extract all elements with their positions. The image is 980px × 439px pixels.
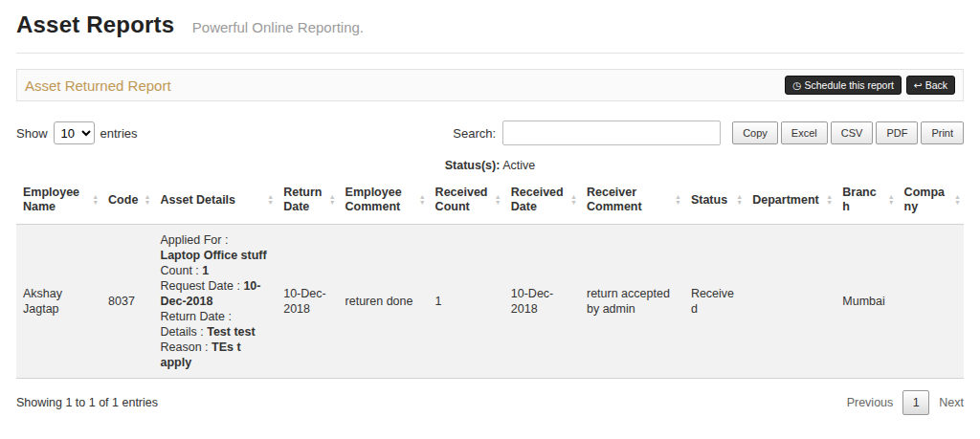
column-header-branch[interactable]: Branch ▲▼ (835, 176, 897, 225)
clock-icon: ◷ (792, 79, 801, 91)
show-label: Show (16, 126, 48, 141)
cell-code: 8037 (101, 225, 153, 379)
print-button[interactable]: Print (921, 121, 964, 144)
page-1-button[interactable]: 1 (902, 390, 929, 415)
column-header-received-date[interactable]: Received Date ▲▼ (504, 176, 580, 225)
column-header-employee-name[interactable]: Employee Name ▲▼ (16, 176, 101, 225)
table-footer: Showing 1 to 1 of 1 entries Previous 1 N… (16, 390, 964, 415)
page-length-control: Show 10 entries (16, 121, 138, 144)
cell-branch: Mumbai (835, 225, 897, 379)
report-title: Asset Returned Report (25, 77, 171, 94)
column-header-status[interactable]: Status ▲▼ (684, 176, 746, 225)
sort-icon: ▲▼ (888, 194, 895, 206)
cell-received-date: 10-Dec-2018 (504, 225, 580, 379)
cell-asset-details: Applied For : Laptop Office stuff Count … (154, 225, 278, 379)
cell-department (746, 225, 835, 379)
search-label: Search: (453, 126, 496, 141)
cell-received-count: 1 (429, 225, 504, 379)
pagination: Previous 1 Next (847, 390, 964, 415)
back-button[interactable]: ↩ Back (906, 76, 955, 95)
table-header-row: Employee Name ▲▼ Code ▲▼ Asset Details ▲… (16, 176, 964, 225)
cell-receiver-comment: return accepted by admin (580, 225, 684, 379)
page-header: Asset Reports Powerful Online Reporting. (16, 10, 964, 38)
status-label: Status(s): (445, 159, 501, 172)
sort-icon: ▲▼ (954, 194, 961, 206)
sort-icon: ▲▼ (145, 194, 151, 206)
sort-icon: ▲▼ (826, 194, 833, 206)
back-arrow-icon: ↩ (914, 79, 923, 91)
sort-icon: ▲▼ (736, 194, 743, 206)
cell-company (898, 225, 964, 379)
asset-detail-line: Count : 1 (161, 263, 271, 278)
asset-detail-line: Applied For : Laptop Office stuff (161, 232, 271, 263)
column-header-asset-details[interactable]: Asset Details ▲▼ (154, 176, 278, 225)
column-header-employee-comment[interactable]: Employee Comment ▲▼ (339, 176, 429, 225)
column-header-company[interactable]: Company ▲▼ (898, 176, 964, 225)
export-buttons: Copy Excel CSV PDF Print (732, 121, 964, 144)
asset-detail-line: Request Date : 10-Dec-2018 (161, 278, 271, 309)
schedule-report-label: Schedule this report (804, 79, 893, 91)
table-row: Akshay Jagtap 8037 Applied For : Laptop … (16, 225, 964, 379)
excel-button[interactable]: Excel (781, 121, 828, 144)
header-divider (16, 53, 964, 54)
entries-label: entries (100, 126, 138, 141)
cell-employee-comment: returen done (339, 225, 429, 379)
sort-icon: ▲▼ (92, 194, 99, 206)
page: Asset Reports Powerful Online Reporting.… (0, 0, 980, 415)
report-actions: ◷ Schedule this report ↩ Back (780, 76, 955, 95)
asset-detail-line: Reason : TEs t apply (161, 340, 271, 370)
table-controls: Show 10 entries Search: Copy Excel CSV P… (16, 121, 964, 145)
next-button[interactable]: Next (939, 396, 964, 409)
cell-status: Received (684, 225, 746, 379)
page-size-select[interactable]: 10 (54, 121, 95, 144)
csv-button[interactable]: CSV (831, 121, 874, 144)
search-input[interactable] (502, 121, 721, 145)
column-header-department[interactable]: Department ▲▼ (746, 176, 835, 225)
column-header-return-date[interactable]: Return Date ▲▼ (277, 176, 338, 225)
column-header-code[interactable]: Code ▲▼ (101, 176, 153, 225)
report-panel-header: Asset Returned Report ◷ Schedule this re… (16, 69, 964, 101)
column-header-received-count[interactable]: Received Count ▲▼ (429, 176, 504, 225)
sort-icon: ▲▼ (495, 194, 501, 206)
sort-icon: ▲▼ (329, 194, 336, 206)
status-line: Status(s): Active (16, 159, 964, 172)
asset-detail-line: Details : Test test (161, 324, 271, 340)
search-control: Search: (453, 121, 721, 145)
sort-icon: ▲▼ (419, 194, 426, 206)
sort-icon: ▲▼ (570, 194, 577, 206)
previous-button[interactable]: Previous (847, 396, 894, 409)
page-title: Asset Reports (16, 11, 174, 37)
copy-button[interactable]: Copy (732, 121, 778, 144)
cell-return-date: 10-Dec-2018 (277, 225, 338, 379)
asset-returned-table: Employee Name ▲▼ Code ▲▼ Asset Details ▲… (16, 176, 964, 379)
cell-employee-name: Akshay Jagtap (16, 225, 101, 379)
status-value: Active (502, 159, 535, 172)
showing-entries-text: Showing 1 to 1 of 1 entries (16, 396, 158, 409)
pdf-button[interactable]: PDF (876, 121, 918, 144)
sort-icon: ▲▼ (675, 194, 681, 206)
sort-icon: ▲▼ (267, 194, 274, 206)
asset-detail-line: Return Date : (161, 309, 271, 324)
page-subtitle: Powerful Online Reporting. (192, 19, 364, 35)
back-label: Back (925, 79, 947, 91)
column-header-receiver-comment[interactable]: Receiver Comment ▲▼ (580, 176, 684, 225)
schedule-report-button[interactable]: ◷ Schedule this report (785, 76, 902, 95)
